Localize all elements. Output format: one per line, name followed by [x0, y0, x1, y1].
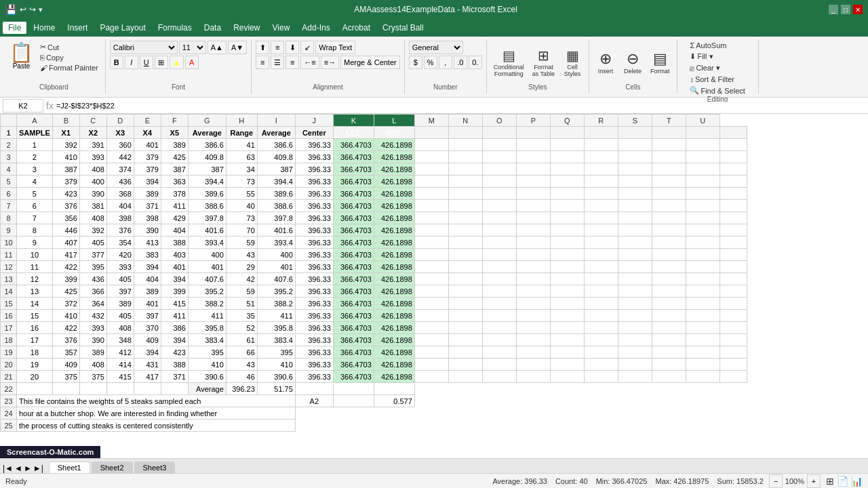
cell-r14-c10[interactable]: 366.4703: [333, 285, 374, 298]
paste-button[interactable]: 📋 Paste: [7, 41, 36, 73]
cell-r19-c14[interactable]: [482, 346, 516, 359]
cell-r19-c11[interactable]: 426.1898: [374, 346, 414, 359]
cell-r2-c19[interactable]: [652, 139, 686, 151]
cell-r11-c4[interactable]: 383: [134, 249, 161, 261]
cell-r8-c11[interactable]: 426.1898: [374, 212, 414, 224]
cell-r9-c9[interactable]: 396.33: [295, 224, 333, 237]
cell-r19-c8[interactable]: 395: [257, 346, 295, 359]
cell-r7-c10[interactable]: 366.4703: [333, 200, 374, 212]
cell-r3-c12[interactable]: [414, 151, 448, 163]
cell-r8-c15[interactable]: [516, 212, 550, 224]
italic-button[interactable]: I: [125, 56, 138, 69]
col-header-s[interactable]: S: [618, 115, 652, 127]
cell-r9-c7[interactable]: 70: [226, 224, 257, 237]
cell-r13-c11[interactable]: 426.1898: [374, 273, 414, 285]
cell-r2-c3[interactable]: 360: [106, 139, 134, 151]
cell-r6-c0[interactable]: 5: [17, 188, 53, 200]
cell-r14-c3[interactable]: 397: [106, 285, 134, 298]
fill-button[interactable]: ⬇ Fill ▾: [687, 52, 747, 62]
cell-r5-c11[interactable]: 426.1898: [374, 176, 414, 188]
window-controls[interactable]: _ □ ✕: [829, 5, 863, 14]
cell-r18-c3[interactable]: 348: [106, 334, 134, 346]
cell-r21-c4[interactable]: 417: [134, 371, 161, 383]
cell-r14-c13[interactable]: [448, 285, 482, 298]
cell-r9-c6[interactable]: 401.6: [188, 224, 226, 237]
cell-r15-c11[interactable]: 426.1898: [374, 298, 414, 310]
col-header-i[interactable]: I: [257, 115, 295, 127]
cell-r20-c21[interactable]: [719, 359, 747, 371]
cell-r4-c11[interactable]: 426.1898: [374, 163, 414, 176]
col-header-b[interactable]: B: [52, 115, 79, 127]
cell-r14-c14[interactable]: [482, 285, 516, 298]
cell-r7-c15[interactable]: [516, 200, 550, 212]
cell-r18-c11[interactable]: 426.1898: [374, 334, 414, 346]
cell-r9-c20[interactable]: [686, 224, 719, 237]
cell-r9-c17[interactable]: [584, 224, 618, 237]
cell-r15-c2[interactable]: 364: [79, 298, 106, 310]
cell-r15-c1[interactable]: 372: [52, 298, 79, 310]
cell-r14-c7[interactable]: 59: [226, 285, 257, 298]
cell-r4-c6[interactable]: 387: [188, 163, 226, 176]
cell-r21-c18[interactable]: [618, 371, 652, 383]
cell-r17-c15[interactable]: [516, 322, 550, 334]
cell-r19-c2[interactable]: 389: [79, 346, 106, 359]
cell-r6-c17[interactable]: [584, 188, 618, 200]
col-header-k[interactable]: K: [333, 115, 374, 127]
cell-r19-c18[interactable]: [618, 346, 652, 359]
cell-r18-c17[interactable]: [584, 334, 618, 346]
cell-r7-c11[interactable]: 426.1898: [374, 200, 414, 212]
cell-r16-c4[interactable]: 397: [134, 310, 161, 322]
cell-r16-c19[interactable]: [652, 310, 686, 322]
row-header-12[interactable]: 12: [1, 261, 17, 273]
cell-r8-c17[interactable]: [584, 212, 618, 224]
row-header-9[interactable]: 9: [1, 224, 17, 237]
cell-r17-c9[interactable]: 396.33: [295, 322, 333, 334]
cell-r7-c7[interactable]: 40: [226, 200, 257, 212]
cell-r3-c7[interactable]: 63: [226, 151, 257, 163]
cell-r11-c14[interactable]: [482, 249, 516, 261]
cell-r9-c1[interactable]: 446: [52, 224, 79, 237]
cell-r13-c2[interactable]: 436: [79, 273, 106, 285]
cell-r4-c21[interactable]: [719, 163, 747, 176]
cell-r3-c20[interactable]: [686, 151, 719, 163]
cell-r15-c13[interactable]: [448, 298, 482, 310]
cell-r4-c2[interactable]: 408: [79, 163, 106, 176]
cell-r18-c5[interactable]: 394: [161, 334, 188, 346]
cell-r1-c15[interactable]: [516, 127, 550, 139]
cell-r13-c10[interactable]: 366.4703: [333, 273, 374, 285]
font-family-select[interactable]: Calibri: [110, 41, 178, 54]
cell-r8-c4[interactable]: 398: [134, 212, 161, 224]
cell-r11-c16[interactable]: [550, 249, 584, 261]
close-button[interactable]: ✕: [853, 5, 863, 14]
sort-filter-button[interactable]: ↕ Sort & Filter: [687, 75, 747, 84]
cell-r11-c6[interactable]: 400: [188, 249, 226, 261]
menu-pagelayout[interactable]: Page Layout: [94, 22, 151, 34]
cell-r11-c9[interactable]: 396.33: [295, 249, 333, 261]
cell-r15-c19[interactable]: [652, 298, 686, 310]
cell-r6-c13[interactable]: [448, 188, 482, 200]
cell-r7-c12[interactable]: [414, 200, 448, 212]
cell-r21-c17[interactable]: [584, 371, 618, 383]
decrease-font-button[interactable]: A▼: [228, 41, 247, 54]
cell-r20-c15[interactable]: [516, 359, 550, 371]
cell-r16-c14[interactable]: [482, 310, 516, 322]
col-header-d[interactable]: D: [106, 115, 134, 127]
col-header-h[interactable]: H: [226, 115, 257, 127]
cell-r10-c5[interactable]: 388: [161, 237, 188, 249]
cell-r20-c3[interactable]: 414: [106, 359, 134, 371]
cell-r4-c13[interactable]: [448, 163, 482, 176]
cell-r3-c0[interactable]: 2: [17, 151, 53, 163]
cell-r3-c5[interactable]: 425: [161, 151, 188, 163]
cell-r12-c5[interactable]: 401: [161, 261, 188, 273]
cell-r8-c1[interactable]: 356: [52, 212, 79, 224]
cell-r3-c21[interactable]: [719, 151, 747, 163]
increase-font-button[interactable]: A▲: [208, 41, 226, 54]
cell-r17-c3[interactable]: 408: [106, 322, 134, 334]
cell-r5-c4[interactable]: 394: [134, 176, 161, 188]
cell-r9-c8[interactable]: 401.6: [257, 224, 295, 237]
cell-r10-c18[interactable]: [618, 237, 652, 249]
cell-r22-c11[interactable]: [374, 383, 414, 395]
cell-r15-c12[interactable]: [414, 298, 448, 310]
cell-r13-c12[interactable]: [414, 273, 448, 285]
percent-button[interactable]: %: [424, 56, 437, 69]
